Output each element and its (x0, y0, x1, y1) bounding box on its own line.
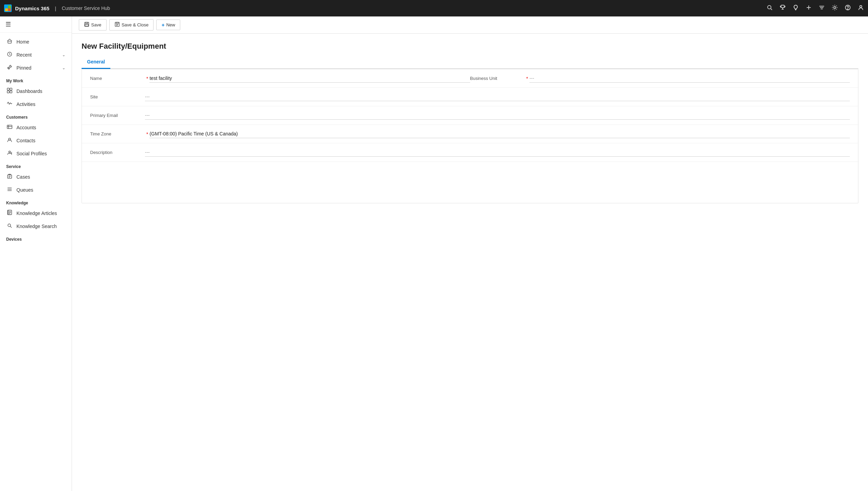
help-icon[interactable] (845, 4, 851, 12)
brand-area: Dynamics 365 | Customer Service Hub (4, 4, 110, 12)
user-icon[interactable] (858, 4, 864, 12)
sidebar-item-dashboards[interactable]: Dashboards (0, 85, 72, 98)
sidebar: ☰ Home Rec (0, 16, 72, 491)
form-section: Name * test facility Business Unit * --- (82, 69, 858, 203)
section-customers: Customers (0, 111, 72, 121)
social-profiles-icon (6, 150, 13, 157)
site-field-group: Site --- (90, 93, 850, 101)
sidebar-item-cases-label: Cases (16, 174, 30, 180)
save-close-button[interactable]: Save & Close (109, 19, 154, 31)
sidebar-item-home[interactable]: Home (0, 35, 72, 48)
queues-icon (6, 187, 13, 193)
form-spacer (82, 162, 858, 203)
trophy-icon[interactable] (780, 4, 786, 12)
time-zone-value[interactable]: (GMT-08:00) Pacific Time (US & Canada) (149, 130, 850, 138)
primary-email-value[interactable]: --- (145, 111, 850, 120)
accounts-icon (6, 124, 13, 131)
sidebar-item-social-profiles[interactable]: Social Profiles (0, 147, 72, 160)
name-label: Name (90, 76, 145, 81)
sidebar-item-pinned-label: Pinned (16, 65, 32, 71)
hamburger-icon[interactable]: ☰ (5, 21, 11, 28)
new-icon: + (161, 22, 164, 28)
site-value[interactable]: --- (145, 93, 850, 101)
form-row-primary-email: Primary Email --- (82, 106, 858, 125)
svg-rect-47 (86, 22, 88, 24)
business-unit-required: * (526, 76, 528, 81)
svg-line-31 (11, 152, 12, 153)
site-label: Site (90, 94, 145, 99)
save-close-label: Save & Close (122, 22, 149, 27)
svg-line-32 (11, 153, 12, 154)
svg-rect-19 (8, 41, 11, 43)
svg-rect-24 (7, 91, 9, 93)
business-unit-value[interactable]: --- (529, 74, 850, 83)
sidebar-item-activities-label: Activities (16, 101, 35, 107)
sidebar-item-accounts-label: Accounts (16, 125, 36, 130)
content-area: New Facility/Equipment General Name * te… (72, 34, 868, 491)
dashboards-icon (6, 88, 13, 95)
sidebar-item-queues[interactable]: Queues (0, 183, 72, 196)
sidebar-item-knowledge-search[interactable]: Knowledge Search (0, 220, 72, 233)
filter-icon[interactable] (819, 4, 825, 12)
svg-line-5 (771, 9, 772, 10)
section-devices: Devices (0, 233, 72, 243)
sidebar-nav: Home Recent ⌄ (0, 33, 72, 246)
svg-point-4 (768, 5, 771, 9)
form-row-site: Site --- (82, 88, 858, 106)
new-label: New (166, 22, 175, 27)
svg-rect-25 (10, 91, 12, 93)
sidebar-item-recent-label: Recent (16, 52, 32, 58)
topbar: Dynamics 365 | Customer Service Hub (0, 0, 868, 16)
sidebar-item-cases[interactable]: Cases (0, 170, 72, 183)
recent-icon (6, 51, 13, 58)
sidebar-item-activities[interactable]: Activities (0, 98, 72, 111)
name-value[interactable]: test facility (149, 74, 470, 83)
business-unit-field-group: Business Unit * --- (470, 74, 850, 83)
sidebar-item-knowledge-articles[interactable]: Knowledge Articles (0, 207, 72, 220)
svg-rect-1 (8, 5, 11, 8)
svg-point-18 (860, 5, 862, 8)
recent-arrow-icon: ⌄ (62, 52, 65, 57)
sidebar-item-queues-label: Queues (16, 187, 33, 193)
time-zone-label: Time Zone (90, 131, 145, 136)
form-row-description: Description --- (82, 143, 858, 162)
sidebar-item-social-profiles-label: Social Profiles (16, 151, 47, 156)
cases-icon (6, 173, 13, 180)
section-my-work: My Work (0, 74, 72, 85)
sidebar-item-accounts[interactable]: Accounts (0, 121, 72, 134)
sidebar-item-recent[interactable]: Recent ⌄ (0, 48, 72, 61)
name-field-group: Name * test facility (90, 74, 470, 83)
sidebar-item-dashboards-label: Dashboards (16, 88, 42, 94)
new-button[interactable]: + New (156, 20, 180, 30)
sidebar-item-contacts[interactable]: Contacts (0, 134, 72, 147)
page-title: New Facility/Equipment (82, 42, 858, 51)
description-field-group: Description --- (90, 148, 850, 157)
svg-rect-23 (10, 88, 12, 90)
pin-icon (6, 64, 13, 71)
lightbulb-icon[interactable] (793, 4, 799, 12)
form-row-name: Name * test facility Business Unit * --- (82, 69, 858, 88)
description-label: Description (90, 150, 145, 155)
description-value[interactable]: --- (145, 148, 850, 157)
save-button[interactable]: Save (79, 19, 107, 31)
brand-name: Dynamics 365 (15, 5, 49, 11)
primary-email-field-group: Primary Email --- (90, 111, 850, 120)
primary-email-label: Primary Email (90, 113, 145, 118)
sidebar-item-pinned[interactable]: Pinned ⌄ (0, 61, 72, 74)
settings-icon[interactable] (832, 4, 838, 12)
form-row-time-zone: Time Zone * (GMT-08:00) Pacific Time (US… (82, 125, 858, 143)
svg-rect-22 (7, 88, 9, 90)
svg-point-44 (8, 224, 11, 227)
app-name: Customer Service Hub (62, 5, 110, 11)
svg-rect-48 (85, 24, 88, 26)
save-icon (84, 22, 89, 28)
home-icon (6, 38, 13, 45)
svg-point-15 (834, 7, 836, 9)
svg-rect-33 (8, 175, 12, 178)
svg-rect-26 (7, 125, 12, 129)
activities-icon (6, 101, 13, 108)
create-icon[interactable] (806, 4, 812, 12)
tab-general[interactable]: General (82, 56, 110, 69)
search-icon[interactable] (767, 4, 773, 12)
business-unit-label: Business Unit (470, 76, 525, 81)
